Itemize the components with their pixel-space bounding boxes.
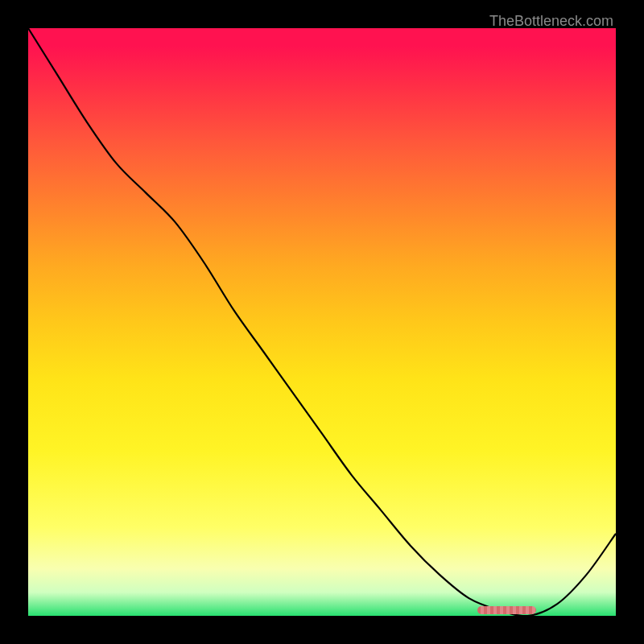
bottleneck-curve — [28, 28, 616, 616]
attribution-text: TheBottleneck.com — [489, 13, 613, 30]
optimal-range-marker — [477, 606, 536, 614]
